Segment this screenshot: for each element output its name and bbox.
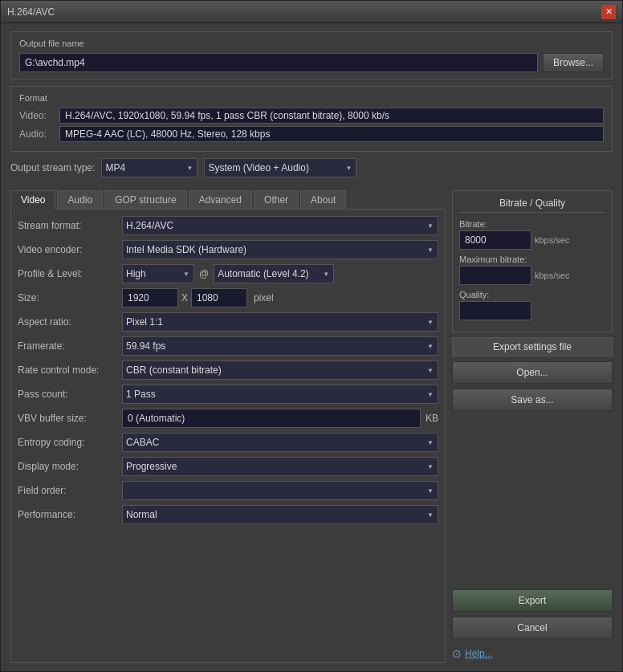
level-wrapper[interactable]: Automatic (Level 4.2) Level 4.0 Level 3.… [214, 264, 334, 283]
rate-control-select[interactable]: CBR (constant bitrate) VBR (variable bit… [122, 360, 438, 380]
quality-field: Quality: [459, 290, 605, 320]
file-path-input[interactable] [19, 53, 538, 72]
width-input[interactable] [122, 288, 178, 307]
file-row: Browse... [19, 53, 604, 72]
x-label: X [181, 292, 188, 303]
bitrate-title: Bitrate / Quality [459, 198, 605, 213]
performance-select[interactable]: Normal Fast Slow [122, 505, 438, 524]
help-row: ⊙ Help... [452, 644, 613, 663]
tabs-panel: Video Audio GOP structure Advanced Other… [10, 190, 446, 663]
help-icon: ⊙ [452, 647, 462, 660]
size-row: Size: X pixel [18, 288, 438, 307]
profile-level-label: Profile & Level: [18, 268, 122, 279]
export-settings-section: Export settings file Open... Save as... [452, 337, 613, 411]
cancel-button[interactable]: Cancel [452, 617, 613, 639]
vbv-unit: KB [426, 413, 438, 424]
tab-video[interactable]: Video [10, 190, 55, 210]
system-type-wrapper[interactable]: System (Video + Audio) Video only Audio … [204, 158, 356, 177]
aspect-ratio-select[interactable]: Pixel 1:1 4:3 16:9 [122, 312, 438, 332]
video-encoder-wrapper[interactable]: Intel Media SDK (Hardware) Software [122, 240, 438, 259]
profile-select[interactable]: High Main Baseline [122, 264, 194, 283]
spacer [452, 416, 613, 581]
vbv-buffer-label: VBV buffer size: [18, 413, 122, 424]
right-panel: Bitrate / Quality Bitrate: kbps/sec Maxi… [452, 190, 613, 663]
field-order-wrapper[interactable]: Top Field First Bottom Field First [122, 481, 438, 500]
performance-label: Performance: [18, 509, 122, 520]
display-mode-label: Display mode: [18, 461, 122, 472]
display-mode-wrapper[interactable]: Progressive Interlaced [122, 457, 438, 476]
save-as-button[interactable]: Save as... [452, 389, 613, 411]
rate-control-wrapper[interactable]: CBR (constant bitrate) VBR (variable bit… [122, 360, 438, 380]
video-encoder-select[interactable]: Intel Media SDK (Hardware) Software [122, 240, 438, 259]
profile-level-row: Profile & Level: High Main Baseline @ [18, 264, 438, 283]
export-actions: Export Cancel [452, 586, 613, 639]
performance-wrapper[interactable]: Normal Fast Slow [122, 505, 438, 524]
video-encoder-label: Video encoder: [18, 244, 122, 255]
video-label: Video: [19, 110, 59, 121]
max-bitrate-field: Maximum bitrate: kbps/sec [459, 255, 605, 285]
export-settings-title: Export settings file [452, 337, 613, 356]
entropy-coding-label: Entropy coding: [18, 437, 122, 448]
output-file-section: Output file name Browse... [10, 31, 613, 79]
tab-other[interactable]: Other [254, 190, 299, 209]
title-bar: H.264/AVC ✕ [1, 1, 622, 23]
main-window: H.264/AVC ✕ Output file name Browse... F… [0, 0, 623, 672]
system-type-select[interactable]: System (Video + Audio) Video only Audio … [204, 158, 356, 177]
bitrate-unit: kbps/sec [535, 235, 569, 245]
display-mode-row: Display mode: Progressive Interlaced [18, 457, 438, 476]
bitrate-input[interactable] [459, 230, 531, 250]
main-content: Output file name Browse... Format Video:… [1, 23, 622, 671]
profile-wrapper[interactable]: High Main Baseline [122, 264, 194, 283]
max-bitrate-input[interactable] [459, 266, 531, 285]
bitrate-label: Bitrate: [459, 219, 605, 229]
framerate-select[interactable]: 59.94 fps 29.97 fps 25 fps 24 fps [122, 336, 438, 356]
video-encoder-row: Video encoder: Intel Media SDK (Hardware… [18, 240, 438, 259]
stream-row: Output stream type: MP4 MKV AVI MOV Syst… [10, 158, 613, 177]
stream-type-wrapper[interactable]: MP4 MKV AVI MOV [101, 158, 197, 177]
tab-advanced[interactable]: Advanced [189, 190, 252, 209]
max-bitrate-unit: kbps/sec [535, 271, 569, 280]
field-order-select[interactable]: Top Field First Bottom Field First [122, 481, 438, 500]
help-link[interactable]: Help... [465, 648, 493, 659]
vbv-row: KB [122, 409, 438, 428]
entropy-coding-wrapper[interactable]: CABAC CAVLC [122, 433, 438, 452]
open-button[interactable]: Open... [452, 361, 613, 384]
vbv-buffer-input[interactable] [122, 409, 421, 428]
performance-row: Performance: Normal Fast Slow [18, 505, 438, 524]
tab-about[interactable]: About [300, 190, 346, 209]
tabs-bar: Video Audio GOP structure Advanced Other… [10, 190, 446, 210]
format-label: Format [19, 93, 604, 103]
stream-format-wrapper[interactable]: H.264/AVC [122, 216, 438, 235]
field-order-row: Field order: Top Field First Bottom Fiel… [18, 481, 438, 500]
bitrate-field: Bitrate: kbps/sec [459, 219, 605, 250]
entropy-coding-row: Entropy coding: CABAC CAVLC [18, 433, 438, 452]
tab-gop-structure[interactable]: GOP structure [104, 190, 186, 209]
audio-format-row: Audio: MPEG-4 AAC (LC), 48000 Hz, Stereo… [19, 126, 604, 142]
tab-audio[interactable]: Audio [57, 190, 103, 209]
pass-count-label: Pass count: [18, 389, 122, 400]
rate-control-label: Rate control mode: [18, 365, 122, 376]
stream-format-row: Stream format: H.264/AVC [18, 216, 438, 235]
level-select[interactable]: Automatic (Level 4.2) Level 4.0 Level 3.… [214, 264, 334, 283]
pass-count-select[interactable]: 1 Pass 2 Pass [122, 385, 438, 404]
stream-format-select[interactable]: H.264/AVC [122, 216, 438, 235]
framerate-wrapper[interactable]: 59.94 fps 29.97 fps 25 fps 24 fps [122, 336, 438, 356]
export-button[interactable]: Export [452, 589, 613, 612]
aspect-ratio-wrapper[interactable]: Pixel 1:1 4:3 16:9 [122, 312, 438, 332]
pass-count-wrapper[interactable]: 1 Pass 2 Pass [122, 385, 438, 404]
rate-control-row: Rate control mode: CBR (constant bitrate… [18, 360, 438, 380]
entropy-coding-select[interactable]: CABAC CAVLC [122, 433, 438, 452]
video-format-row: Video: H.264/AVC, 1920x1080, 59.94 fps, … [19, 108, 604, 124]
quality-input[interactable] [459, 301, 531, 320]
pass-count-row: Pass count: 1 Pass 2 Pass [18, 385, 438, 404]
size-label: Size: [18, 292, 122, 303]
pixel-label: pixel [254, 292, 274, 303]
display-mode-select[interactable]: Progressive Interlaced [122, 457, 438, 476]
browse-button[interactable]: Browse... [543, 53, 604, 72]
stream-type-select[interactable]: MP4 MKV AVI MOV [101, 158, 197, 177]
output-file-label: Output file name [19, 39, 604, 48]
bitrate-section: Bitrate / Quality Bitrate: kbps/sec Maxi… [452, 190, 613, 332]
size-fields: X pixel [122, 288, 438, 307]
height-input[interactable] [191, 288, 247, 307]
close-button[interactable]: ✕ [601, 5, 616, 19]
